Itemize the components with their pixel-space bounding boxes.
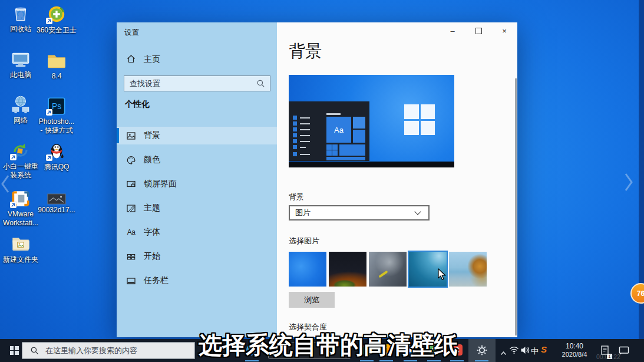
- desktop-icon-photoshop[interactable]: Ps Photosho... - 快捷方式: [35, 96, 78, 135]
- thumbnail-windows-default[interactable]: [289, 252, 326, 287]
- search-icon: [256, 79, 265, 88]
- browse-button[interactable]: 浏览: [289, 292, 335, 308]
- progress-badge[interactable]: 76: [630, 283, 644, 304]
- sogou-input-icon[interactable]: S: [541, 344, 547, 354]
- desktop-icon-label: VMware Workstati...: [3, 210, 38, 228]
- close-button[interactable]: ×: [491, 22, 517, 40]
- tray-chevron-up-icon[interactable]: [500, 347, 507, 358]
- wifi-icon[interactable]: [509, 345, 519, 357]
- font-aa-icon: Aa: [126, 228, 136, 238]
- choose-picture-label: 选择图片: [289, 236, 319, 246]
- window-scrollbar[interactable]: [515, 78, 517, 335]
- desktop-icon-recycle-bin[interactable]: 回收站: [2, 4, 39, 34]
- settings-search-box[interactable]: [124, 75, 270, 91]
- sidebar-item-themes[interactable]: 主题: [117, 199, 277, 217]
- desktop-icon-folder-84[interactable]: 8.4: [35, 51, 78, 81]
- video-subtitle: 选择系统自带的高清壁纸: [199, 329, 458, 361]
- section-header: 个性化: [125, 99, 150, 110]
- shortcut-arrow-icon: [46, 18, 52, 24]
- window-title: 设置: [124, 28, 139, 38]
- sidebar-item-label: 背景: [144, 130, 160, 141]
- sidebar-item-colors[interactable]: 颜色: [117, 151, 277, 169]
- volume-icon[interactable]: [520, 346, 530, 357]
- settings-window: 设置 主页 个性化 背景 颜色 锁屏界面: [117, 22, 517, 337]
- desktop-icon-label: Photosho... - 快捷方式: [39, 117, 75, 135]
- desktop-icon-vmware[interactable]: VMware Workstati...: [2, 189, 39, 228]
- dropdown-value: 图片: [290, 208, 415, 218]
- windows-start-icon: [10, 346, 19, 355]
- background-preview: Aa: [289, 75, 454, 167]
- desktop-icon-label: 360安全卫士: [37, 26, 77, 35]
- ime-indicator[interactable]: 中: [531, 346, 539, 357]
- thumbnail-night-camping[interactable]: [329, 252, 366, 287]
- desktop-icon-label: 新建文件夹: [3, 255, 38, 264]
- page-title: 背景: [289, 40, 322, 62]
- desktop: 回收站 360安全卫士 此电脑 8.4 网络 Ps Photosho... - …: [0, 0, 644, 362]
- desktop-icon-tencent-qq[interactable]: 腾讯QQ: [35, 141, 78, 172]
- desktop-icon-label: 腾讯QQ: [44, 163, 70, 172]
- settings-gear-icon[interactable]: [476, 344, 487, 356]
- settings-main-pane: – × 背景 Aa: [277, 22, 517, 337]
- clock-time: 10:40: [557, 342, 592, 350]
- desktop-icon-network[interactable]: 网络: [2, 95, 39, 125]
- theme-brush-icon: [126, 203, 136, 213]
- desktop-icon-label: 8.4: [52, 72, 62, 81]
- window-controls: – ×: [440, 22, 517, 40]
- settings-search-input[interactable]: [124, 79, 256, 88]
- sidebar-item-label: 开始: [144, 251, 160, 262]
- maximize-icon: [475, 28, 482, 34]
- maximize-button[interactable]: [465, 22, 491, 40]
- preview-taskbar: [289, 162, 454, 167]
- running-indicator: [475, 360, 488, 362]
- sidebar-item-taskbar[interactable]: 任务栏: [117, 272, 277, 289]
- chevron-down-icon: [414, 208, 421, 215]
- background-type-dropdown[interactable]: 图片: [289, 205, 430, 221]
- recording-timer: 00:00:22: [596, 353, 620, 360]
- desktop-icon-label: 此电脑: [10, 71, 31, 80]
- picture-thumbnails: [289, 252, 487, 287]
- minimize-button[interactable]: –: [440, 22, 465, 40]
- image-icon: [126, 131, 136, 141]
- sidebar-item-home[interactable]: 主页: [126, 54, 160, 65]
- sidebar-item-fonts[interactable]: Aa 字体: [117, 223, 277, 241]
- desktop-icon-label: 回收站: [10, 25, 31, 34]
- desktop-icon-image-file[interactable]: 90032d17...: [35, 193, 78, 215]
- monitor-icon: [9, 50, 32, 70]
- windows-logo-icon: [404, 104, 435, 135]
- sidebar-item-label: 任务栏: [144, 275, 169, 286]
- sidebar-item-start[interactable]: 开始: [117, 248, 277, 265]
- folder-with-image-icon: [9, 234, 32, 254]
- screen-edge-strip: [639, 0, 644, 362]
- start-tiles-icon: [126, 252, 136, 262]
- start-button[interactable]: [5, 339, 24, 362]
- search-icon: [30, 346, 39, 355]
- background-label: 背景: [289, 192, 304, 202]
- clock-date: 2020/8/4: [557, 350, 592, 358]
- sidebar-item-label: 颜色: [144, 154, 160, 165]
- taskbar-icon: [126, 276, 136, 286]
- home-icon: [126, 54, 136, 65]
- sidebar-item-lock-screen[interactable]: 锁屏界面: [117, 175, 277, 193]
- svg-text:Ps: Ps: [52, 102, 61, 111]
- recycle-bin-icon: [9, 4, 32, 24]
- shortcut-arrow-icon: [46, 109, 52, 116]
- taskbar-clock[interactable]: 10:40 2020/8/4: [557, 342, 592, 358]
- home-label: 主页: [144, 54, 160, 65]
- palette-icon: [126, 155, 136, 165]
- settings-sidebar: 设置 主页 个性化 背景 颜色 锁屏界面: [117, 22, 277, 337]
- sidebar-item-label: 主题: [144, 203, 160, 213]
- desktop-icon-new-folder[interactable]: 新建文件夹: [2, 234, 39, 264]
- image-thumbnail-icon: [47, 193, 67, 205]
- sidebar-item-label: 锁屏界面: [144, 179, 177, 189]
- taskbar-search-box[interactable]: [22, 342, 195, 359]
- thumbnail-beach-rocks[interactable]: [449, 252, 487, 287]
- sidebar-item-background[interactable]: 背景: [117, 127, 277, 144]
- prev-arrow-icon[interactable]: [0, 174, 11, 194]
- sidebar-item-label: 字体: [144, 227, 160, 238]
- thumbnail-dark-abstract[interactable]: [369, 252, 407, 287]
- next-arrow-icon[interactable]: [623, 172, 634, 192]
- thumbnail-underwater-selected[interactable]: [409, 252, 447, 287]
- desktop-icon-360-safe[interactable]: 360安全卫士: [35, 5, 78, 35]
- taskbar-search-input[interactable]: [44, 345, 194, 356]
- desktop-icon-this-pc[interactable]: 此电脑: [2, 50, 39, 80]
